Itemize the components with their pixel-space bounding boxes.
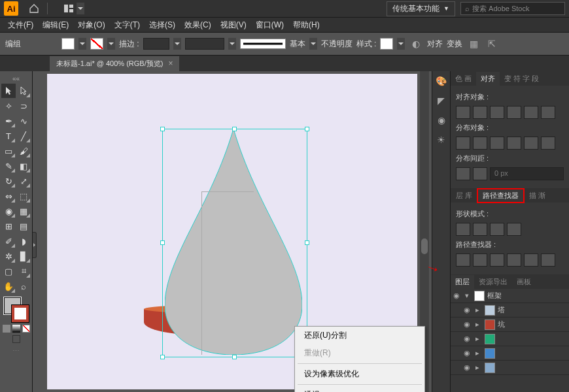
eraser-tool[interactable]: ◧ [16,159,31,173]
artboard-tool[interactable]: ▢ [1,264,16,278]
mesh-tool[interactable]: ⊞ [1,219,16,233]
workspace-switcher[interactable]: 传统基本功能▼ [387,1,455,16]
cm-pixel[interactable]: 设为像素级优化 [295,365,424,383]
rectangle-tool[interactable]: ▭ [1,144,16,158]
gradient-tool[interactable]: ▤ [16,219,31,233]
opacity-label[interactable]: 不透明度 [321,39,353,50]
blend-tool[interactable]: ◗ [16,234,31,248]
color-mode[interactable] [3,325,10,333]
zoom-tool[interactable]: ⌕ [16,279,31,293]
menu-window[interactable]: 窗口(W) [252,18,288,32]
tab-assets[interactable]: 资源导出 [474,275,512,289]
exclude[interactable] [507,223,521,236]
isolate-icon[interactable]: ▦ [466,37,481,51]
trim[interactable] [473,253,487,267]
cm-undo[interactable]: 还原(U)分割 [295,327,424,344]
layer-item[interactable]: ◉▸坑 [451,318,569,332]
search-input[interactable]: ⌕ 搜索 Adobe Stock [460,2,565,15]
screen-mode[interactable] [12,335,20,343]
cm-perspective[interactable]: 透视▸ [295,386,424,392]
outline-pf[interactable] [524,253,538,267]
spacing-input[interactable]: 0 px [490,167,564,180]
tab-layers[interactable]: 图层 [451,275,474,289]
dist-right[interactable] [541,137,555,150]
expand-dock-handle[interactable] [33,232,37,258]
document-tab[interactable]: 未标题-1.ai* @ 400% (RGB/预览)× [50,56,179,71]
selection-bounding-box[interactable] [162,129,307,357]
dist-hcenter[interactable] [524,137,538,150]
menu-file[interactable]: 文件(F) [4,18,37,32]
align-hcenter[interactable] [473,106,487,119]
edit-icon[interactable]: ⇱ [485,37,499,51]
transform-link[interactable]: 变换 [447,39,462,50]
curvature-tool[interactable]: ∿ [16,114,31,128]
magic-wand-tool[interactable]: ✧ [1,99,16,113]
line-tool[interactable]: ╱ [16,129,31,143]
stroke-panel-icon[interactable]: ◉ [436,114,447,126]
dist-space-h[interactable] [473,167,487,180]
align-bottom[interactable] [541,106,555,119]
menu-view[interactable]: 视图(V) [216,18,250,32]
width-tool[interactable]: ⇔ [1,189,16,203]
eyedropper-tool[interactable]: ✐ [1,234,16,248]
home-icon[interactable] [26,2,42,15]
brush-preview[interactable] [240,39,286,49]
style-swatch[interactable] [380,38,393,50]
dist-bottom[interactable] [490,137,504,150]
scale-tool[interactable]: ⤢ [16,174,31,188]
menu-select[interactable]: 选择(S) [145,18,179,32]
tab-pathfinder[interactable]: 路径查找器 [477,189,524,203]
selection-tool[interactable] [1,84,16,98]
align-top[interactable] [507,106,521,119]
align-link[interactable]: 对齐 [427,39,443,50]
menu-effect[interactable]: 效果(C) [181,18,215,32]
menu-object[interactable]: 对象(O) [74,18,109,32]
tab-color[interactable]: 色 画 [451,72,476,86]
tab-align[interactable]: 对齐 [476,72,500,86]
menu-type[interactable]: 文字(T) [111,18,144,32]
slice-tool[interactable]: ⌗ [16,264,31,278]
pen-tool[interactable]: ✒ [1,114,16,128]
paintbrush-tool[interactable]: 🖌 [16,144,31,158]
symbol-sprayer-tool[interactable]: ✲ [1,249,16,263]
color-panel-icon[interactable]: 🎨 [436,75,447,87]
arrange-docs-icon[interactable] [61,2,77,15]
layer-item[interactable]: ◉▸ [451,361,569,375]
shape-builder-tool[interactable]: ◉ [1,204,16,218]
gradient-mode[interactable] [12,325,20,333]
hand-tool[interactable]: ✋ [1,279,16,293]
rotate-tool[interactable]: ↻ [1,174,16,188]
align-left[interactable] [456,106,470,119]
visibility-icon[interactable]: ◉ [453,291,462,300]
layer-item[interactable]: ◉▾框架 [451,289,569,303]
none-mode[interactable] [22,325,30,333]
fill-swatch[interactable] [61,38,75,50]
align-vcenter[interactable] [524,106,538,119]
dist-top[interactable] [456,137,470,150]
dist-vcenter[interactable] [473,137,487,150]
recolor-icon[interactable]: ◐ [409,37,423,51]
minus-back[interactable] [541,253,555,267]
menu-edit[interactable]: 编辑(E) [39,18,73,32]
layer-item[interactable]: ◉▸ [451,346,569,361]
divide[interactable] [456,253,470,267]
dist-left[interactable] [507,137,521,150]
tab-other[interactable]: 描 渐 [524,189,551,203]
unite[interactable] [456,223,470,236]
layer-item[interactable]: ◉▸塔 [451,303,569,318]
arrange-dropdown[interactable] [77,3,84,14]
shaper-tool[interactable]: ✎ [1,159,16,173]
color-guide-icon[interactable]: ◤ [436,95,447,106]
lasso-tool[interactable]: ⊃ [16,99,31,113]
fill-stroke-control[interactable] [1,297,31,323]
intersect[interactable] [490,223,504,236]
symbols-panel-icon[interactable]: ☀ [436,134,447,146]
menu-help[interactable]: 帮助(H) [289,18,324,32]
edit-toolbar[interactable]: ⋯ [1,347,31,355]
stroke-swatch[interactable] [90,38,103,50]
close-icon[interactable]: × [168,59,173,68]
canvas-area[interactable]: 还原(U)分割 重做(R) 设为像素级优化 透视▸ 裁剪图像 隔离选定的组 取消… [33,71,432,392]
align-right[interactable] [490,106,504,119]
crop-pf[interactable] [507,253,521,267]
tab-transform[interactable]: 变 符 字 段 [500,72,543,86]
